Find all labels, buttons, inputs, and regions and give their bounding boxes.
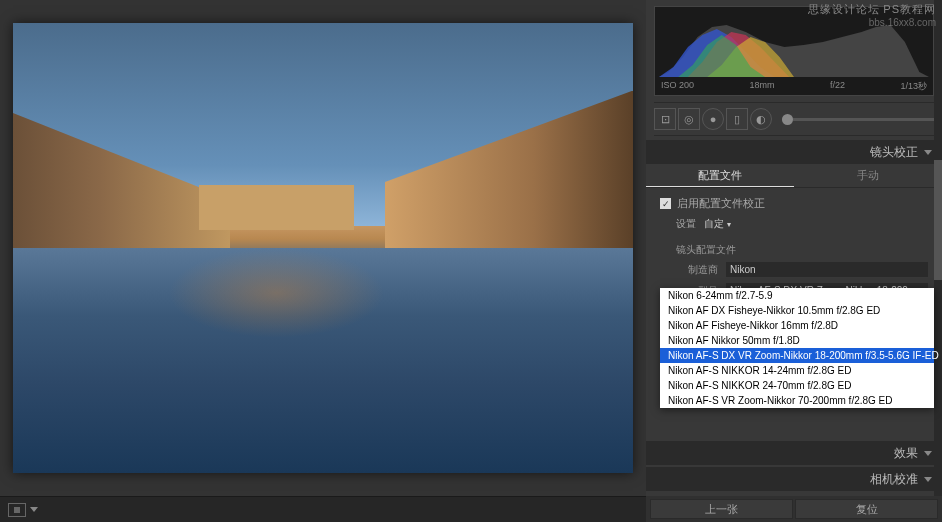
view-mode-dropdown-icon[interactable] [30, 507, 38, 512]
grid-view-icon[interactable] [8, 503, 26, 517]
enable-profile-checkbox[interactable]: ✓ [660, 198, 671, 209]
lens-profile-subheader: 镜头配置文件 [646, 237, 942, 259]
maker-dropdown[interactable]: Nikon [726, 262, 928, 277]
chevron-down-icon [924, 150, 932, 155]
histogram-aperture: f/22 [830, 80, 845, 93]
histogram-focal: 18mm [750, 80, 775, 93]
lens-tabs: 配置文件 手动 [646, 164, 942, 188]
lens-option[interactable]: Nikon AF-S VR Zoom-Nikkor 70-200mm f/2.8… [660, 393, 934, 408]
lens-option[interactable]: Nikon AF-S DX VR Zoom-Nikkor 18-200mm f/… [660, 348, 934, 363]
lens-correction-header[interactable]: 镜头校正 [646, 140, 942, 164]
watermark: 思缘设计论坛 PS教程网 bbs.16xx8.com [808, 2, 936, 29]
settings-dropdown[interactable]: 自定▾ [704, 217, 731, 231]
camera-calibration-header[interactable]: 相机校准 [646, 467, 942, 491]
previous-button[interactable]: 上一张 [650, 499, 793, 519]
spot-tool-icon[interactable]: ◎ [678, 108, 700, 130]
lens-option[interactable]: Nikon 6-24mm f/2.7-5.9 [660, 288, 934, 303]
histogram-shutter: 1/13秒 [900, 80, 927, 93]
settings-label: 设置 [676, 217, 696, 231]
tab-profile[interactable]: 配置文件 [646, 164, 794, 187]
effects-header[interactable]: 效果 [646, 441, 942, 465]
lens-model-options-list[interactable]: Nikon 6-24mm f/2.7-5.9Nikon AF DX Fishey… [660, 288, 934, 408]
lens-option[interactable]: Nikon AF Fisheye-Nikkor 16mm f/2.8D [660, 318, 934, 333]
brush-tool-icon[interactable]: ◐ [750, 108, 772, 130]
image-viewport[interactable] [0, 0, 646, 496]
redeye-tool-icon[interactable]: ● [702, 108, 724, 130]
chevron-down-icon [924, 477, 932, 482]
panel-footer: 上一张 复位 [646, 496, 942, 522]
mask-slider[interactable] [782, 118, 934, 121]
panel-scrollbar[interactable] [934, 0, 942, 496]
tool-strip: ⊡ ◎ ● ▯ ◐ [654, 102, 934, 136]
grad-filter-icon[interactable]: ▯ [726, 108, 748, 130]
enable-profile-row: ✓ 启用配置文件校正 [646, 188, 942, 215]
develop-panel: 思缘设计论坛 PS教程网 bbs.16xx8.com ISO 200 18mm … [646, 0, 942, 522]
histogram-iso: ISO 200 [661, 80, 694, 93]
main-canvas-area [0, 0, 646, 522]
lens-option[interactable]: Nikon AF-S NIKKOR 14-24mm f/2.8G ED [660, 363, 934, 378]
crop-tool-icon[interactable]: ⊡ [654, 108, 676, 130]
tab-manual[interactable]: 手动 [794, 164, 942, 187]
lens-option[interactable]: Nikon AF DX Fisheye-Nikkor 10.5mm f/2.8G… [660, 303, 934, 318]
filmstrip-bar [0, 496, 646, 522]
chevron-down-icon [924, 451, 932, 456]
enable-profile-label: 启用配置文件校正 [677, 196, 765, 211]
reset-button[interactable]: 复位 [795, 499, 938, 519]
photo-preview [13, 23, 633, 473]
lens-option[interactable]: Nikon AF Nikkor 50mm f/1.8D [660, 333, 934, 348]
lens-option[interactable]: Nikon AF-S NIKKOR 24-70mm f/2.8G ED [660, 378, 934, 393]
maker-label: 制造商 [676, 263, 718, 277]
